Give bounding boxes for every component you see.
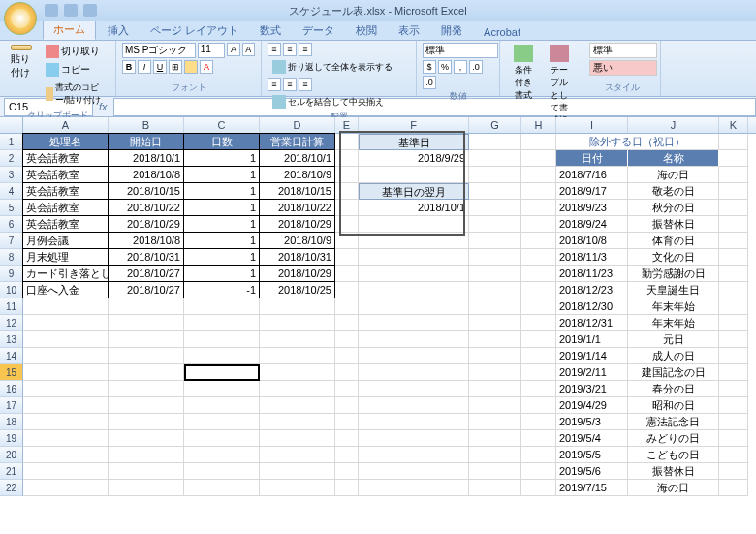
cell[interactable]	[109, 447, 184, 463]
row-header-15[interactable]: 15	[0, 364, 23, 381]
cell[interactable]	[23, 348, 109, 364]
row-header-5[interactable]: 5	[0, 200, 23, 216]
border-button[interactable]: ⊞	[169, 60, 182, 74]
cell[interactable]	[359, 447, 469, 463]
tab-7[interactable]: 開発	[431, 20, 472, 40]
grow-font-button[interactable]: A	[227, 43, 239, 56]
cell[interactable]: 除外する日（祝日）	[556, 134, 719, 150]
cell[interactable]: 2018/9/23	[556, 200, 628, 216]
cell[interactable]: 2018/10/25	[260, 282, 335, 298]
cell[interactable]	[469, 381, 521, 397]
cell[interactable]: 1	[184, 233, 260, 249]
cell[interactable]: 2018/11/23	[556, 266, 628, 282]
cell[interactable]	[469, 480, 521, 496]
comma-button[interactable]: ,	[454, 60, 467, 74]
col-header-J[interactable]: J	[628, 117, 719, 133]
cell[interactable]	[469, 315, 521, 331]
col-header-A[interactable]: A	[23, 117, 109, 133]
cell[interactable]: 基準日の翌月	[359, 183, 469, 200]
cell[interactable]: 文化の日	[628, 249, 719, 266]
cell[interactable]: 2018/10/9	[260, 233, 335, 249]
cell[interactable]	[359, 463, 469, 480]
cell[interactable]	[521, 348, 556, 364]
cell[interactable]	[335, 200, 359, 216]
col-header-E[interactable]: E	[335, 117, 359, 133]
cell[interactable]	[521, 381, 556, 397]
cell[interactable]	[335, 266, 359, 282]
cell[interactable]	[359, 414, 469, 430]
cell[interactable]	[521, 282, 556, 298]
cell[interactable]	[719, 282, 748, 298]
cell[interactable]: 2018/10/9	[260, 167, 335, 183]
cell[interactable]: 2018/10/27	[109, 282, 184, 298]
cell[interactable]	[359, 216, 469, 233]
cell[interactable]	[260, 381, 335, 397]
cell[interactable]: 2019/7/15	[556, 480, 628, 496]
cell[interactable]	[184, 430, 260, 447]
number-format-select[interactable]: 標準	[423, 43, 498, 58]
tab-5[interactable]: 校閲	[346, 20, 387, 40]
cell[interactable]	[521, 134, 556, 150]
cell[interactable]	[184, 381, 260, 397]
cell[interactable]	[23, 331, 109, 348]
cell[interactable]: 2018/12/30	[556, 298, 628, 315]
cell[interactable]	[109, 348, 184, 364]
cell[interactable]	[521, 266, 556, 282]
cell[interactable]	[335, 381, 359, 397]
col-header-G[interactable]: G	[469, 117, 521, 133]
cell[interactable]	[184, 397, 260, 414]
col-header-F[interactable]: F	[359, 117, 469, 133]
cell[interactable]	[260, 364, 335, 381]
cell[interactable]	[469, 266, 521, 282]
cell[interactable]: 2019/5/5	[556, 447, 628, 463]
cell[interactable]: 2018/10/29	[260, 216, 335, 233]
cell[interactable]: 2019/5/4	[556, 430, 628, 447]
fill-color-button[interactable]	[184, 60, 198, 74]
cell[interactable]	[469, 216, 521, 233]
bold-button[interactable]: B	[122, 60, 136, 74]
cell[interactable]	[335, 430, 359, 447]
cell[interactable]: 月末処理	[23, 249, 109, 266]
cell[interactable]	[521, 397, 556, 414]
cell[interactable]: 憲法記念日	[628, 414, 719, 430]
cell[interactable]: 2018/10/22	[109, 200, 184, 216]
cell[interactable]	[260, 430, 335, 447]
cell[interactable]	[359, 480, 469, 496]
cell[interactable]	[719, 397, 748, 414]
tab-3[interactable]: 数式	[250, 20, 291, 40]
cell[interactable]: 勤労感謝の日	[628, 266, 719, 282]
row-header-9[interactable]: 9	[0, 266, 23, 282]
cell[interactable]: 2018/10/27	[109, 266, 184, 282]
cell[interactable]: 年末年始	[628, 298, 719, 315]
cell[interactable]	[719, 216, 748, 233]
cell[interactable]	[109, 480, 184, 496]
cell[interactable]	[335, 348, 359, 364]
cell[interactable]: 2019/3/21	[556, 381, 628, 397]
cell[interactable]: 1	[184, 266, 260, 282]
cell[interactable]: 2018/10/31	[260, 249, 335, 266]
cell[interactable]: 2018/10/1	[109, 150, 184, 167]
cell[interactable]: 英会話教室	[23, 216, 109, 233]
cell[interactable]: 2018/10/8	[109, 167, 184, 183]
cell[interactable]	[469, 298, 521, 315]
worksheet[interactable]: ABCDEFGHIJK 1234567891011121314151617181…	[0, 117, 756, 534]
cell[interactable]: 2019/1/14	[556, 348, 628, 364]
cell[interactable]: 2018/10/22	[260, 200, 335, 216]
cell[interactable]: 1	[184, 183, 260, 200]
row-header-18[interactable]: 18	[0, 414, 23, 430]
cell[interactable]	[359, 282, 469, 298]
office-button[interactable]	[4, 2, 37, 35]
row-header-17[interactable]: 17	[0, 397, 23, 414]
cell[interactable]	[23, 381, 109, 397]
cell[interactable]	[184, 480, 260, 496]
cell[interactable]: 2018/10/29	[109, 216, 184, 233]
cell[interactable]: 2019/5/6	[556, 463, 628, 480]
cell[interactable]: 1	[184, 216, 260, 233]
cell[interactable]	[469, 282, 521, 298]
cell[interactable]: 2018/12/31	[556, 315, 628, 331]
cell[interactable]	[184, 463, 260, 480]
cell[interactable]	[719, 249, 748, 266]
cell[interactable]	[719, 381, 748, 397]
cell[interactable]: 英会話教室	[23, 183, 109, 200]
cell[interactable]: 2018/10/8	[109, 233, 184, 249]
